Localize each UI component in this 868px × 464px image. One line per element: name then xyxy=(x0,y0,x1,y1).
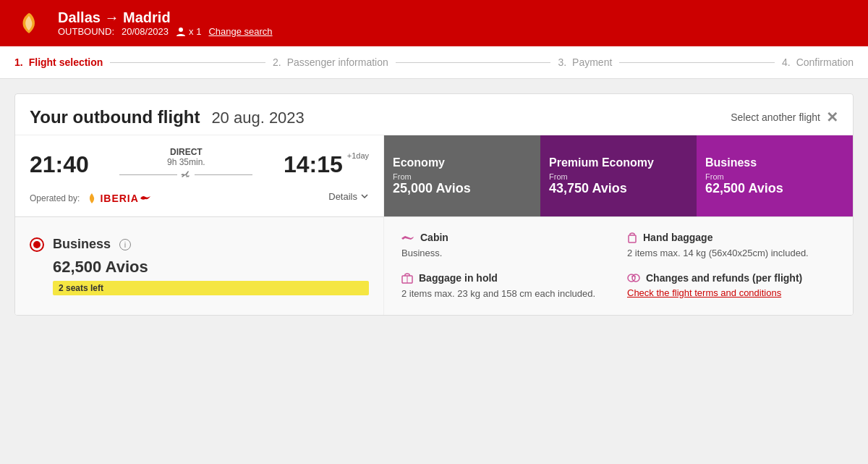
step1-label: Flight selection xyxy=(29,56,103,68)
detail-changes-refunds: Changes and refunds (per flight) Check t… xyxy=(627,272,835,301)
breadcrumb-line-3 xyxy=(619,62,775,63)
hand-baggage-text: 2 items max. 14 kg (56x40x25cm) included… xyxy=(627,246,835,261)
breadcrumb-line-1 xyxy=(110,62,265,63)
cabin-business[interactable]: Business From 62,500 Avios xyxy=(697,135,853,216)
flight-duration: 9h 35min. xyxy=(167,157,205,167)
refund-icon xyxy=(627,272,640,284)
flight-title: Your outbound flight xyxy=(30,107,200,127)
flight-card: Your outbound flight 20 aug. 2023 Select… xyxy=(14,93,854,316)
business-selected-row: Business i xyxy=(30,237,369,252)
step3-number: 3. xyxy=(558,56,566,68)
flight-card-header: Your outbound flight 20 aug. 2023 Select… xyxy=(15,94,853,135)
change-search-link[interactable]: Change search xyxy=(208,26,272,37)
breadcrumb: 1. Flight selection 2. Passenger informa… xyxy=(0,46,868,79)
departure-time: 21:40 xyxy=(30,151,89,178)
operated-by-row: Operated by: IBERIA xyxy=(30,192,150,205)
detail-cabin: Cabin Business. xyxy=(401,232,610,261)
detail-cabin-header: Cabin xyxy=(401,232,610,243)
flight-info-row: 21:40 DIRECT 9h 35min. 14:15 +1da xyxy=(15,135,853,216)
close-icon[interactable]: ✕ xyxy=(826,109,838,126)
business-from: From xyxy=(705,172,844,181)
detail-changes-refunds-header: Changes and refunds (per flight) xyxy=(627,272,835,284)
step1-number: 1. xyxy=(14,56,23,68)
economy-label: Economy xyxy=(393,156,532,169)
passenger-info: x 1 xyxy=(176,26,201,37)
breadcrumb-step-4: 4. Confirmation xyxy=(782,56,854,68)
line-left xyxy=(119,174,177,175)
iberia-flame-icon xyxy=(85,192,98,205)
selected-avios: 62,500 Avios xyxy=(53,258,369,277)
business-label: Business xyxy=(705,156,844,169)
flight-date: 20 aug. 2023 xyxy=(211,109,304,127)
outbound-date: 20/08/2023 xyxy=(122,26,169,37)
step4-label: Confirmation xyxy=(796,56,854,68)
page-header: Dallas → Madrid OUTBOUND: 20/08/2023 x 1… xyxy=(0,0,868,46)
breadcrumb-step-1: 1. Flight selection xyxy=(14,56,103,68)
line-right xyxy=(195,174,252,175)
iberia-bird-icon xyxy=(140,195,150,202)
breadcrumb-line-2 xyxy=(396,62,551,63)
details-label: Details xyxy=(328,191,357,202)
svg-rect-1 xyxy=(629,235,636,242)
step4-number: 4. xyxy=(782,56,791,68)
details-button[interactable]: Details xyxy=(328,191,369,202)
cabin-options: Economy From 25,000 Avios Premium Econom… xyxy=(384,135,853,216)
plus-day: +1day xyxy=(347,151,369,160)
plane-icon xyxy=(180,169,192,180)
economy-avios: 25,000 Avios xyxy=(393,181,532,196)
iberia-logo: IBERIA xyxy=(85,192,150,205)
flight-middle: DIRECT 9h 35min. xyxy=(96,147,276,182)
premium-avios: 43,750 Avios xyxy=(549,181,688,196)
flight-title-area: Your outbound flight 20 aug. 2023 xyxy=(30,107,305,127)
economy-from: From xyxy=(393,172,532,181)
passenger-count: x 1 xyxy=(189,26,201,37)
step2-label: Passenger information xyxy=(287,56,388,68)
svg-point-0 xyxy=(179,28,183,32)
detail-hand-baggage: Hand baggage 2 items max. 14 kg (56x40x2… xyxy=(627,232,835,261)
hand-baggage-label: Hand baggage xyxy=(643,232,712,243)
main-content: Your outbound flight 20 aug. 2023 Select… xyxy=(0,79,868,330)
cabin-economy[interactable]: Economy From 25,000 Avios xyxy=(384,135,540,216)
premium-label: Premium Economy xyxy=(549,156,688,169)
cabin-text: Business. xyxy=(401,246,610,261)
flight-times-panel: 21:40 DIRECT 9h 35min. 14:15 +1da xyxy=(15,135,384,216)
flight-type: DIRECT xyxy=(170,147,203,157)
step3-label: Payment xyxy=(572,56,612,68)
outbound-label: OUTBOUND: xyxy=(58,26,114,37)
iberia-brand: IBERIA xyxy=(100,193,138,204)
hand-bag-icon xyxy=(627,232,637,243)
detail-hold-baggage: Baggage in hold 2 items max. 23 kg and 1… xyxy=(401,272,610,301)
header-info: Dallas → Madrid OUTBOUND: 20/08/2023 x 1… xyxy=(58,9,273,37)
check-terms-link[interactable]: Check the flight terms and conditions xyxy=(627,287,781,298)
changes-refunds-label: Changes and refunds (per flight) xyxy=(646,272,802,284)
chevron-down-icon xyxy=(360,192,369,201)
breadcrumb-step-3: 3. Payment xyxy=(558,56,612,68)
operated-by-label: Operated by: xyxy=(30,193,80,203)
arrow-line xyxy=(119,169,252,180)
info-icon[interactable]: i xyxy=(119,239,131,250)
radio-dot xyxy=(33,241,41,248)
hold-baggage-label: Baggage in hold xyxy=(419,272,498,284)
selected-class-panel: Business i 62,500 Avios 2 seats left xyxy=(15,217,384,315)
seats-left-badge: 2 seats left xyxy=(53,281,369,295)
arrival-time: 14:15 xyxy=(284,151,343,178)
detail-right-panel: Cabin Business. Hand baggage 2 items max… xyxy=(384,217,853,315)
select-another-button[interactable]: Select another flight ✕ xyxy=(731,109,838,126)
cabin-icon xyxy=(401,233,414,242)
detail-hold-baggage-header: Baggage in hold xyxy=(401,272,610,284)
premium-from: From xyxy=(549,172,688,181)
breadcrumb-step-2: 2. Passenger information xyxy=(273,56,388,68)
detail-hand-baggage-header: Hand baggage xyxy=(627,232,835,243)
suitcase-icon xyxy=(401,272,413,284)
iberia-logo-header xyxy=(14,9,43,38)
cabin-premium-economy[interactable]: Premium Economy From 43,750 Avios xyxy=(540,135,697,216)
selected-class-label: Business xyxy=(53,237,111,252)
header-sub: OUTBOUND: 20/08/2023 x 1 Change search xyxy=(58,26,273,37)
hold-baggage-text: 2 items max. 23 kg and 158 cm each inclu… xyxy=(401,287,610,301)
cabin-header-label: Cabin xyxy=(420,232,448,243)
select-another-label: Select another flight xyxy=(731,111,820,123)
times-row: 21:40 DIRECT 9h 35min. 14:15 +1da xyxy=(30,147,369,182)
business-avios: 62,500 Avios xyxy=(705,181,844,196)
header-route: Dallas → Madrid xyxy=(58,9,273,26)
radio-button[interactable] xyxy=(30,237,44,252)
